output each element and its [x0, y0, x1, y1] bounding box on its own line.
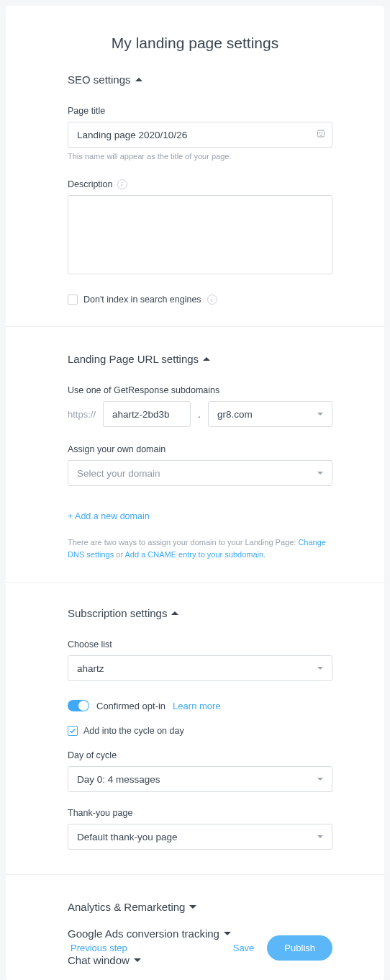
seo-section-header[interactable]: SEO settings	[68, 73, 332, 86]
confirmed-optin-label: Confirmed opt-in	[96, 701, 165, 711]
add-domain-link[interactable]: + Add a new domain	[68, 511, 150, 521]
svg-rect-0	[318, 130, 325, 137]
svg-point-2	[322, 132, 322, 133]
info-icon[interactable]: i	[207, 295, 217, 305]
subscription-section: Subscription settings Choose list ahartz…	[6, 607, 384, 850]
url-section-header[interactable]: Landing Page URL settings	[68, 353, 332, 365]
subscription-section-label: Subscription settings	[68, 607, 167, 619]
day-cycle-label: Day of cycle	[68, 750, 332, 760]
caret-down-icon	[317, 413, 323, 415]
day-cycle-value: Day 0: 4 messages	[77, 774, 160, 785]
analytics-label: Analytics & Remarketing	[68, 901, 185, 913]
domain-hint: There are two ways to assign your domain…	[68, 536, 332, 560]
caret-down-icon	[317, 835, 323, 838]
noindex-checkbox-row[interactable]: Don't index in search engines i	[68, 295, 332, 305]
domain-select[interactable]: gr8.com	[208, 401, 332, 427]
caret-down-icon	[317, 778, 323, 781]
add-cycle-row[interactable]: Add into the cycle on day	[68, 726, 332, 736]
caret-down-icon	[317, 472, 323, 475]
caret-up-icon	[203, 357, 210, 361]
day-cycle-select[interactable]: Day 0: 4 messages	[68, 766, 332, 792]
subscription-section-header[interactable]: Subscription settings	[68, 607, 332, 619]
caret-up-icon	[171, 611, 178, 615]
learn-more-link[interactable]: Learn more	[173, 701, 220, 711]
publish-button[interactable]: Publish	[267, 935, 332, 961]
page-title-hint: This name will appear as the title of yo…	[68, 152, 332, 161]
save-button[interactable]: Save	[230, 937, 258, 959]
seo-section: SEO settings Page title This name will a…	[6, 73, 384, 305]
caret-down-icon	[317, 667, 323, 670]
url-section: Landing Page URL settings Use one of Get…	[6, 353, 384, 560]
own-domain-placeholder: Select your domain	[77, 468, 160, 479]
previous-step-button[interactable]: Previous step	[68, 937, 130, 959]
choose-list-select[interactable]: ahartz	[68, 655, 332, 681]
add-cycle-checkbox[interactable]	[68, 726, 78, 736]
url-section-label: Landing Page URL settings	[68, 353, 199, 365]
caret-down-icon	[189, 905, 196, 909]
choose-list-label: Choose list	[68, 639, 332, 649]
page-title-input[interactable]	[68, 122, 332, 148]
own-domain-select[interactable]: Select your domain	[68, 460, 332, 486]
own-domain-label: Assign your own domain	[68, 444, 332, 454]
noindex-label: Don't index in search engines	[83, 295, 201, 305]
confirmed-optin-row: Confirmed opt-in Learn more	[68, 700, 332, 711]
info-icon[interactable]: i	[117, 179, 127, 189]
thankyou-select[interactable]: Default thank-you page	[68, 824, 332, 850]
subdomain-input[interactable]	[103, 401, 191, 427]
page-title: My landing page settings	[6, 35, 384, 52]
page-title-label: Page title	[68, 106, 332, 116]
thankyou-label: Thank-you page	[68, 808, 332, 818]
emoji-picker-icon[interactable]	[317, 130, 325, 140]
settings-card: My landing page settings SEO settings Pa…	[6, 6, 384, 980]
description-input[interactable]	[68, 195, 332, 274]
footer-bar: Previous step Save Publish	[6, 920, 384, 980]
dot-separator: .	[198, 408, 201, 420]
domain-select-value: gr8.com	[217, 409, 253, 420]
noindex-checkbox[interactable]	[68, 295, 78, 305]
choose-list-value: ahartz	[77, 663, 104, 674]
add-cycle-label: Add into the cycle on day	[83, 726, 184, 736]
description-label: Description i	[68, 179, 332, 189]
protocol-label: https://	[68, 409, 96, 420]
seo-section-label: SEO settings	[68, 73, 131, 86]
confirmed-optin-toggle[interactable]	[68, 700, 89, 711]
subdomain-label: Use one of GetResponse subdomains	[68, 385, 332, 395]
cname-link[interactable]: Add a CNAME entry to your subdomain	[125, 550, 264, 559]
thankyou-value: Default thank-you page	[77, 832, 178, 842]
caret-up-icon	[135, 78, 142, 81]
svg-point-1	[319, 132, 320, 133]
